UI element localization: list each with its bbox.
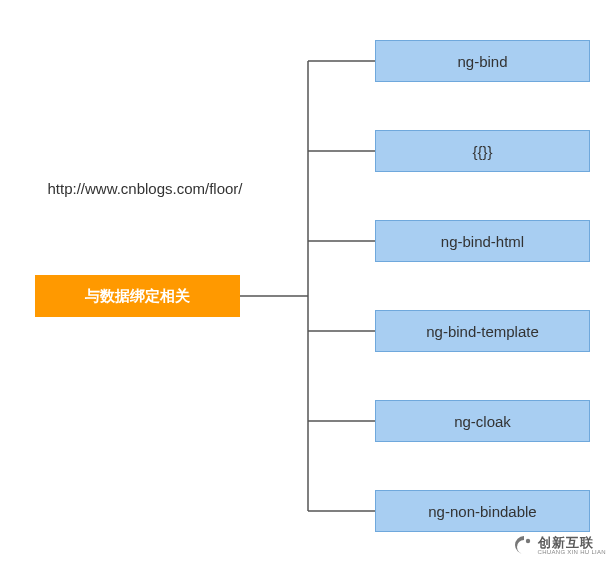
leaf-node: {{}}	[375, 130, 590, 172]
leaf-node: ng-bind	[375, 40, 590, 82]
leaf-node: ng-cloak	[375, 400, 590, 442]
logo-text-en: CHUANG XIN HU LIAN	[538, 549, 606, 555]
brand-logo: 创新互联 CHUANG XIN HU LIAN	[514, 535, 606, 555]
root-node: 与数据绑定相关	[35, 275, 240, 317]
logo-icon	[514, 535, 534, 555]
leaf-node: ng-bind-template	[375, 310, 590, 352]
svg-point-8	[525, 539, 529, 543]
source-url-text: http://www.cnblogs.com/floor/	[45, 178, 245, 199]
leaf-node: ng-non-bindable	[375, 490, 590, 532]
logo-text-cn: 创新互联	[538, 536, 606, 549]
leaf-node: ng-bind-html	[375, 220, 590, 262]
